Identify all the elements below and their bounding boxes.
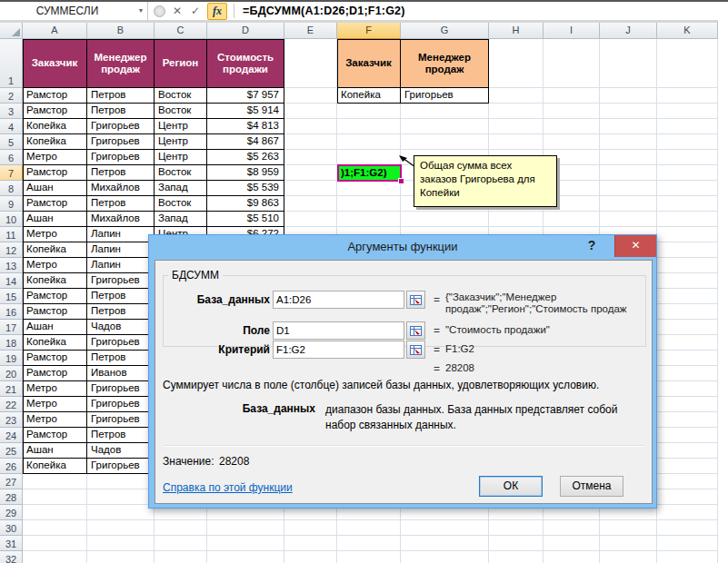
column-header-B[interactable]: B xyxy=(87,23,155,39)
cell-E32[interactable] xyxy=(284,551,337,563)
row-header-12[interactable]: 12 xyxy=(0,242,23,258)
cell-K12[interactable] xyxy=(657,242,718,258)
column-header-J[interactable]: J xyxy=(600,23,657,39)
cell-I10[interactable] xyxy=(544,212,600,227)
fill-handle[interactable] xyxy=(398,178,404,184)
cell-F10[interactable] xyxy=(337,212,401,227)
row-header-29[interactable]: 29 xyxy=(0,505,23,520)
cell-C5[interactable]: Центр xyxy=(155,134,207,150)
table-header-A1[interactable]: Заказчик xyxy=(23,39,87,88)
cell-F9[interactable] xyxy=(337,196,401,212)
row-header-3[interactable]: 3 xyxy=(0,104,23,119)
cell-K22[interactable] xyxy=(657,397,718,412)
row-header-18[interactable]: 18 xyxy=(0,335,23,351)
row-header-31[interactable]: 31 xyxy=(0,536,23,551)
cell-A8[interactable]: Ашан xyxy=(23,181,87,196)
cell-B3[interactable]: Петров xyxy=(87,104,155,119)
ok-button[interactable]: ОК xyxy=(479,476,543,497)
row-header-27[interactable]: 27 xyxy=(0,474,23,489)
cell-D5[interactable]: $4 867 xyxy=(207,134,284,150)
cell-A5[interactable]: Копейка xyxy=(23,134,87,150)
cell-H1[interactable] xyxy=(489,39,544,88)
cell-B16[interactable]: Петров xyxy=(87,304,155,320)
row-header-21[interactable]: 21 xyxy=(0,381,23,397)
cell-E6[interactable] xyxy=(284,150,337,165)
column-header-D[interactable]: D xyxy=(207,23,284,39)
cell-G32[interactable] xyxy=(401,551,489,563)
field-range-selector-button[interactable] xyxy=(406,321,425,340)
cell-A4[interactable]: Копейка xyxy=(23,119,87,134)
cell-E8[interactable] xyxy=(284,181,337,196)
cell-F31[interactable] xyxy=(337,536,401,551)
cell-K5[interactable] xyxy=(657,134,718,150)
cell-E1[interactable] xyxy=(284,39,337,88)
cell-B4[interactable]: Григорьев xyxy=(87,119,155,134)
column-header-I[interactable]: I xyxy=(544,23,600,39)
cell-A20[interactable]: Рамстор xyxy=(23,366,87,381)
cell-B26[interactable]: Григорьев xyxy=(87,459,155,474)
cell-K17[interactable] xyxy=(657,320,718,335)
cell-H30[interactable] xyxy=(489,520,544,536)
cell-E5[interactable] xyxy=(284,134,337,150)
cell-K27[interactable] xyxy=(657,474,718,489)
cell-K31[interactable] xyxy=(657,536,718,551)
cell-H32[interactable] xyxy=(489,551,544,563)
cell-A7[interactable]: Рамстор xyxy=(23,165,87,181)
cell-A6[interactable]: Метро xyxy=(23,150,87,165)
cell-B20[interactable]: Иванов xyxy=(87,366,155,381)
cell-H4[interactable] xyxy=(489,119,544,134)
cell-K14[interactable] xyxy=(657,273,718,289)
cell-B9[interactable]: Петров xyxy=(87,196,155,212)
cell-B28[interactable] xyxy=(87,489,155,505)
row-header-23[interactable]: 23 xyxy=(0,412,23,428)
row-header-24[interactable]: 24 xyxy=(0,428,23,443)
cell-A18[interactable]: Копейка xyxy=(23,335,87,351)
active-cell-F7[interactable]: )1;F1:G2) xyxy=(337,164,402,182)
row-header-16[interactable]: 16 xyxy=(0,304,23,320)
cell-K4[interactable] xyxy=(657,119,718,134)
cell-I5[interactable] xyxy=(544,134,600,150)
cell-J1[interactable] xyxy=(600,39,657,88)
cell-C7[interactable]: Восток xyxy=(155,165,207,181)
cell-K18[interactable] xyxy=(657,335,718,351)
cell-B14[interactable]: Григорьев xyxy=(87,273,155,289)
cell-F30[interactable] xyxy=(337,520,401,536)
cell-B15[interactable]: Петров xyxy=(87,289,155,304)
cell-B30[interactable] xyxy=(87,520,155,536)
cell-C3[interactable]: Восток xyxy=(155,104,207,119)
cell-K2[interactable] xyxy=(657,88,718,104)
row-header-28[interactable]: 28 xyxy=(0,489,23,505)
cell-K8[interactable] xyxy=(657,181,718,196)
cell-C6[interactable]: Центр xyxy=(155,150,207,165)
cell-H5[interactable] xyxy=(489,134,544,150)
cell-J8[interactable] xyxy=(600,181,657,196)
cell-J9[interactable] xyxy=(600,196,657,212)
cell-K9[interactable] xyxy=(657,196,718,212)
cell-D8[interactable]: $5 539 xyxy=(207,181,284,196)
table-header-B1[interactable]: Менеджер продаж xyxy=(87,39,155,88)
cell-E10[interactable] xyxy=(284,212,337,227)
row-header-4[interactable]: 4 xyxy=(0,119,23,134)
cell-H10[interactable] xyxy=(489,212,544,227)
cell-E4[interactable] xyxy=(284,119,337,134)
select-all-corner[interactable] xyxy=(0,23,23,39)
cell-K32[interactable] xyxy=(657,551,718,563)
cell-C4[interactable]: Центр xyxy=(155,119,207,134)
cell-A21[interactable]: Метро xyxy=(23,381,87,397)
cell-B10[interactable]: Михайлов xyxy=(87,212,155,227)
cell-I4[interactable] xyxy=(544,119,600,134)
cell-I30[interactable] xyxy=(544,520,600,536)
cell-K19[interactable] xyxy=(657,351,718,366)
column-header-K[interactable]: K xyxy=(657,23,718,39)
row-header-19[interactable]: 19 xyxy=(0,351,23,366)
dialog-help-icon[interactable]: ? xyxy=(583,238,600,256)
cell-G31[interactable] xyxy=(401,536,489,551)
cell-F32[interactable] xyxy=(337,551,401,563)
row-header-9[interactable]: 9 xyxy=(0,196,23,212)
cell-F4[interactable] xyxy=(337,119,401,134)
cell-A23[interactable]: Метро xyxy=(23,412,87,428)
cell-B22[interactable]: Григорьев xyxy=(87,397,155,412)
cell-B18[interactable]: Григорьев xyxy=(87,335,155,351)
cell-A17[interactable]: Ашан xyxy=(23,320,87,335)
row-header-20[interactable]: 20 xyxy=(0,366,23,381)
